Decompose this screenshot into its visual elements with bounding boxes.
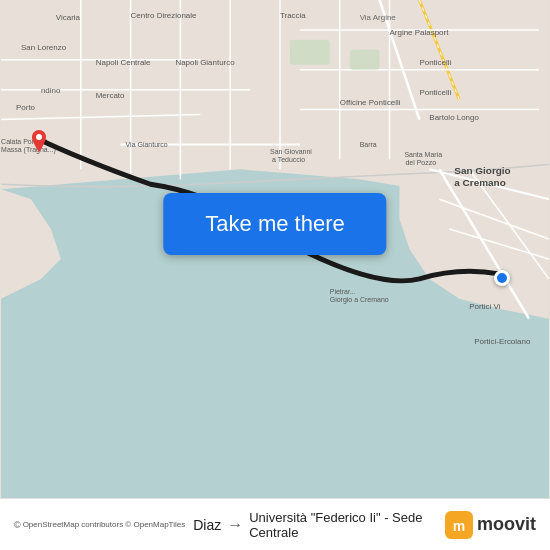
svg-text:Via Argine: Via Argine	[360, 13, 397, 22]
svg-text:San Giovanni: San Giovanni	[270, 148, 312, 155]
route-arrow-icon: →	[227, 516, 243, 534]
svg-text:Portici-Ercolano: Portici-Ercolano	[474, 337, 531, 346]
svg-rect-27	[350, 50, 380, 70]
moovit-logo: m moovit	[445, 511, 536, 539]
start-pin	[30, 130, 48, 152]
svg-text:Bartolo Longo: Bartolo Longo	[429, 113, 479, 122]
svg-text:ndino: ndino	[41, 86, 61, 95]
svg-text:Mercato: Mercato	[96, 91, 125, 100]
svg-text:Argine Palasport: Argine Palasport	[390, 28, 450, 37]
moovit-text: moovit	[477, 514, 536, 535]
svg-text:Napoli Gianturco: Napoli Gianturco	[175, 58, 235, 67]
copyright-icon: ©	[14, 520, 21, 530]
route-origin: Diaz	[193, 517, 221, 533]
end-pin	[494, 270, 510, 286]
svg-text:San Lorenzo: San Lorenzo	[21, 43, 67, 52]
svg-text:m: m	[453, 518, 465, 534]
svg-text:Via Gianturco: Via Gianturco	[126, 141, 168, 148]
svg-text:San Giorgio: San Giorgio	[454, 165, 510, 176]
svg-text:Ponticelli: Ponticelli	[419, 88, 451, 97]
bottom-bar: © OpenStreetMap contributors © OpenMapTi…	[0, 498, 550, 550]
route-info: Diaz → Università "Federico Ii" - Sede C…	[193, 510, 437, 540]
moovit-icon: m	[445, 511, 473, 539]
svg-text:Centro Direzionale: Centro Direzionale	[131, 11, 197, 20]
svg-text:Portici Vi: Portici Vi	[469, 302, 500, 311]
svg-text:a Teduccio: a Teduccio	[272, 156, 305, 163]
svg-rect-26	[290, 40, 330, 65]
svg-text:Barra: Barra	[360, 141, 377, 148]
map-attribution: © OpenStreetMap contributors © OpenMapTi…	[14, 520, 185, 530]
svg-text:a Cremano: a Cremano	[454, 177, 505, 188]
app-container: Vicaria Centro Direzionale Traccia San L…	[0, 0, 550, 550]
svg-text:Porto: Porto	[16, 103, 36, 112]
map-area: Vicaria Centro Direzionale Traccia San L…	[0, 0, 550, 498]
svg-text:Santa Maria: Santa Maria	[404, 151, 442, 158]
attribution-text: OpenStreetMap contributors © OpenMapTile…	[23, 520, 186, 529]
svg-text:Napoli Centrale: Napoli Centrale	[96, 58, 151, 67]
svg-text:Pietrar...: Pietrar...	[330, 288, 356, 295]
svg-text:Officine Ponticelli: Officine Ponticelli	[340, 98, 401, 107]
svg-text:Vicaria: Vicaria	[56, 13, 81, 22]
take-me-there-button[interactable]: Take me there	[163, 193, 386, 255]
svg-text:Giorgio a Cremano: Giorgio a Cremano	[330, 296, 389, 304]
svg-point-57	[36, 134, 42, 140]
svg-text:del Pozzo: del Pozzo	[405, 159, 436, 166]
svg-text:Ponticelli: Ponticelli	[419, 58, 451, 67]
route-destination: Università "Federico Ii" - Sede Centrale	[249, 510, 437, 540]
svg-text:Traccia: Traccia	[280, 11, 306, 20]
